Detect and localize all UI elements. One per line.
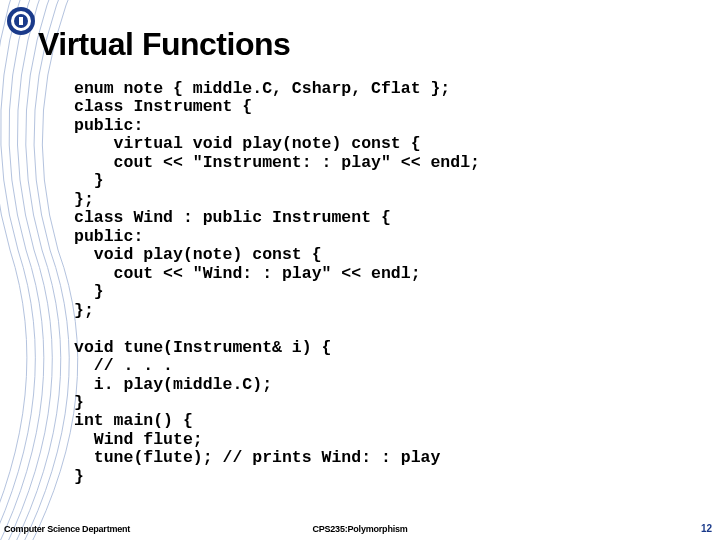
svg-rect-3	[19, 17, 23, 25]
slide-title: Virtual Functions	[38, 26, 290, 63]
slide-number: 12	[701, 523, 712, 534]
logo-seal	[6, 6, 36, 36]
footer-department: Computer Science Department	[4, 524, 130, 534]
code-block: enum note { middle.C, Csharp, Cflat }; c…	[74, 80, 480, 486]
footer-course: CPS235:Polymorphism	[312, 524, 407, 534]
